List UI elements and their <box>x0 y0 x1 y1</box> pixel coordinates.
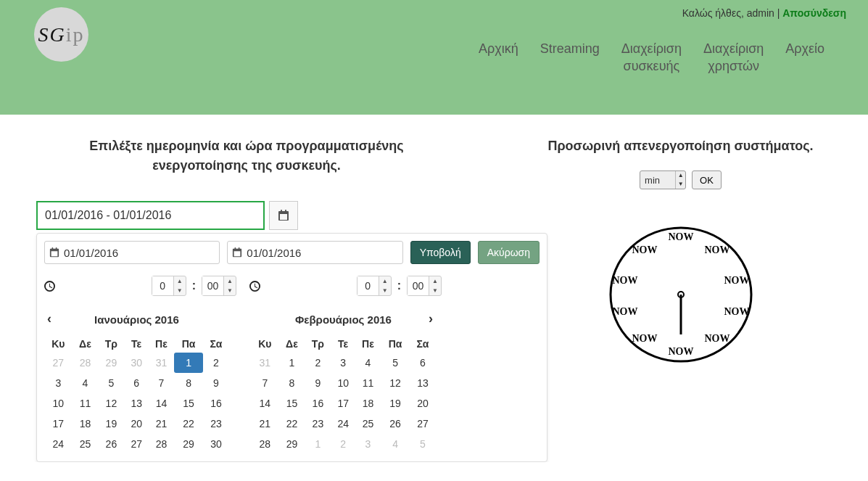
calendar-day[interactable]: 27 <box>410 414 436 434</box>
calendar-day[interactable]: 15 <box>174 393 203 414</box>
submit-button[interactable]: Υποβολή <box>410 241 471 264</box>
logo[interactable]: SGip <box>34 7 88 62</box>
calendar-day[interactable]: 14 <box>149 393 175 414</box>
duration-unit-select[interactable]: min ▲▼ <box>640 170 686 189</box>
calendar-day[interactable]: 13 <box>125 393 149 414</box>
spinner-up-icon[interactable]: ▲ <box>224 276 236 286</box>
spinner-up-icon[interactable]: ▲ <box>379 276 391 286</box>
nav-device-management[interactable]: Διαχείρισησυσκευής <box>621 41 682 75</box>
calendar-day[interactable]: 10 <box>331 373 355 393</box>
calendar-day[interactable]: 12 <box>381 373 410 393</box>
calendar-day[interactable]: 5 <box>98 373 125 393</box>
calendar-day[interactable]: 23 <box>203 414 229 434</box>
calendar-day[interactable]: 6 <box>125 373 149 393</box>
calendar-day[interactable]: 31 <box>149 353 175 373</box>
date-range-input[interactable] <box>36 201 265 230</box>
calendar-day[interactable]: 17 <box>331 393 355 414</box>
calendar-day[interactable]: 9 <box>203 373 229 393</box>
spinner-down-icon[interactable]: ▼ <box>676 180 685 189</box>
calendar-day[interactable]: 31 <box>251 353 279 373</box>
calendar-day[interactable]: 8 <box>174 373 203 393</box>
calendar-day[interactable]: 21 <box>149 414 175 434</box>
calendar-day[interactable]: 20 <box>410 393 436 414</box>
calendar-day[interactable]: 17 <box>44 414 73 434</box>
calendar-day[interactable]: 11 <box>355 373 381 393</box>
calendar-trigger-button[interactable] <box>269 201 298 230</box>
calendar-day[interactable]: 13 <box>410 373 436 393</box>
end-date-input[interactable]: 01/01/2016 <box>227 241 402 264</box>
calendar-day[interactable]: 7 <box>149 373 175 393</box>
start-date-input[interactable]: 01/01/2016 <box>44 241 220 264</box>
calendar-day[interactable]: 4 <box>73 373 98 393</box>
nav-archive[interactable]: Αρχείο <box>785 41 824 75</box>
calendar-day[interactable]: 18 <box>355 393 381 414</box>
calendar-day[interactable]: 12 <box>98 393 125 414</box>
calendar-day[interactable]: 4 <box>355 353 381 373</box>
calendar-day[interactable]: 27 <box>125 434 149 454</box>
calendar-day[interactable]: 7 <box>251 373 279 393</box>
calendar-day[interactable]: 15 <box>279 393 305 414</box>
calendar-day[interactable]: 6 <box>410 353 436 373</box>
calendar-day[interactable]: 26 <box>381 414 410 434</box>
calendar-day[interactable]: 20 <box>125 414 149 434</box>
calendar-day[interactable]: 14 <box>251 393 279 414</box>
spinner-down-icon[interactable]: ▼ <box>174 286 186 295</box>
calendar-day[interactable]: 24 <box>44 434 73 454</box>
calendar-day[interactable]: 21 <box>251 414 279 434</box>
calendar-day[interactable]: 29 <box>174 434 203 454</box>
calendar-day[interactable]: 25 <box>73 434 98 454</box>
calendar-day[interactable]: 30 <box>125 353 149 373</box>
calendar-day[interactable]: 19 <box>381 393 410 414</box>
calendar-day[interactable]: 2 <box>331 434 355 454</box>
spinner-up-icon[interactable]: ▲ <box>676 171 685 180</box>
end-hour-spinner[interactable]: 0 ▲▼ <box>357 276 392 296</box>
calendar-day[interactable]: 29 <box>98 353 125 373</box>
calendar-day[interactable]: 28 <box>149 434 175 454</box>
calendar-day[interactable]: 26 <box>98 434 125 454</box>
calendar-day[interactable]: 3 <box>331 353 355 373</box>
calendar-day[interactable]: 9 <box>305 373 331 393</box>
next-month-button[interactable]: › <box>429 311 433 326</box>
nav-home[interactable]: Αρχική <box>479 41 518 75</box>
calendar-day[interactable]: 29 <box>279 434 305 454</box>
calendar-day[interactable]: 4 <box>381 434 410 454</box>
calendar-day[interactable]: 23 <box>305 414 331 434</box>
calendar-day[interactable]: 25 <box>355 414 381 434</box>
calendar-day[interactable]: 22 <box>279 414 305 434</box>
calendar-day[interactable]: 28 <box>73 353 98 373</box>
calendar-day[interactable]: 22 <box>174 414 203 434</box>
calendar-day[interactable]: 1 <box>305 434 331 454</box>
spinner-up-icon[interactable]: ▲ <box>174 276 186 286</box>
ok-button[interactable]: OK <box>692 170 722 189</box>
calendar-day[interactable]: 11 <box>73 393 98 414</box>
end-minute-spinner[interactable]: 00 ▲▼ <box>407 276 442 296</box>
calendar-day[interactable]: 1 <box>174 353 203 373</box>
calendar-day[interactable]: 2 <box>305 353 331 373</box>
logout-link[interactable]: Αποσύνδεση <box>782 7 846 19</box>
start-minute-spinner[interactable]: 00 ▲▼ <box>202 276 236 296</box>
spinner-up-icon[interactable]: ▲ <box>429 276 441 286</box>
spinner-down-icon[interactable]: ▼ <box>224 286 236 295</box>
spinner-down-icon[interactable]: ▼ <box>379 286 391 295</box>
calendar-day[interactable]: 19 <box>98 414 125 434</box>
calendar-day[interactable]: 3 <box>355 434 381 454</box>
calendar-day[interactable]: 16 <box>305 393 331 414</box>
spinner-down-icon[interactable]: ▼ <box>429 286 441 295</box>
calendar-day[interactable]: 30 <box>203 434 229 454</box>
calendar-day[interactable]: 27 <box>44 353 73 373</box>
calendar-day[interactable]: 1 <box>279 353 305 373</box>
start-hour-spinner[interactable]: 0 ▲▼ <box>152 276 186 296</box>
calendar-day[interactable]: 16 <box>203 393 229 414</box>
prev-month-button[interactable]: ‹ <box>47 311 51 326</box>
calendar-day[interactable]: 28 <box>251 434 279 454</box>
calendar-day[interactable]: 8 <box>279 373 305 393</box>
calendar-day[interactable]: 2 <box>203 353 229 373</box>
nav-user-management[interactable]: Διαχείρισηχρηστών <box>703 41 764 75</box>
calendar-day[interactable]: 5 <box>381 353 410 373</box>
calendar-day[interactable]: 3 <box>44 373 73 393</box>
calendar-day[interactable]: 24 <box>331 414 355 434</box>
calendar-day[interactable]: 18 <box>73 414 98 434</box>
calendar-day[interactable]: 10 <box>44 393 73 414</box>
nav-streaming[interactable]: Streaming <box>540 41 600 75</box>
calendar-day[interactable]: 5 <box>410 434 436 454</box>
